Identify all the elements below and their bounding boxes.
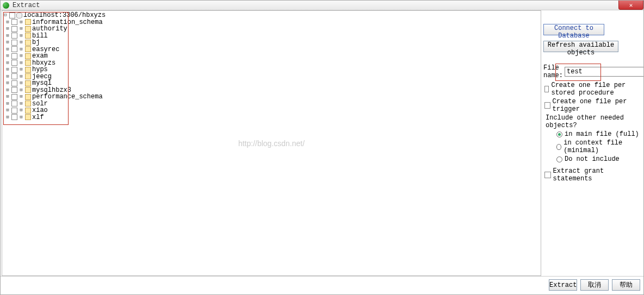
schema-icon [25,40,31,46]
expander-icon[interactable]: ⊞ [4,26,11,32]
chk-grant-row[interactable]: Extract grant statements [543,167,642,183]
watermark-text: http://blog.csdn.net/ [238,139,305,148]
expander-icon[interactable]: ⊞ [18,46,24,53]
expander-icon[interactable]: ⊞ [4,87,11,93]
expander-icon[interactable]: ⊞ [18,60,24,66]
expander-icon[interactable]: ⊞ [4,19,11,26]
tree-item[interactable]: ⊞⊞information_schema [2,19,541,26]
tree-item[interactable]: ⊞⊞bill [2,33,541,40]
expander-icon[interactable]: ⊞ [4,39,11,46]
expander-icon[interactable]: ⊞ [4,93,11,100]
tree-item-label: xlf [32,114,44,121]
expander-icon[interactable]: ⊞ [18,53,24,59]
tree-item[interactable]: ⊞⊞solr [2,101,541,108]
database-icon [16,12,22,18]
tree-checkbox[interactable] [11,67,17,73]
expander-icon[interactable]: ⊞ [18,93,24,100]
chk-trigger-label: Create one file per trigger [553,98,642,113]
chk-stored-proc-row[interactable]: Create one file per stored procedure [543,81,642,97]
schema-icon [25,19,31,25]
tree-checkbox[interactable] [11,53,17,59]
tree-item[interactable]: ⊞⊞easyrec [2,46,541,53]
tree-checkbox[interactable] [11,73,17,79]
tree-checkbox[interactable] [11,114,17,120]
tree-checkbox[interactable] [11,87,17,93]
tree-item[interactable]: ⊞⊞hbxyzs [2,60,541,67]
title-bar: Extract ✕ [1,1,643,10]
rad-context[interactable] [556,144,561,150]
tree-panel: ⊟ localhost:3306/hbxyzs ⊞⊞information_sc… [2,10,541,276]
tree-item[interactable]: ⊞⊞exam [2,53,541,60]
tree-checkbox[interactable] [11,19,17,25]
schema-icon [25,101,31,106]
close-icon: ✕ [629,2,633,9]
rad-main[interactable] [556,131,562,137]
tree-item[interactable]: ⊞⊞xlf [2,114,541,121]
schema-icon [25,87,31,93]
schema-icon [25,108,31,114]
expander-icon[interactable]: ⊞ [18,39,24,46]
file-name-label: File name: [543,64,563,79]
tree-item[interactable]: ⊞⊞performance_schema [2,93,541,101]
expander-icon[interactable]: ⊞ [4,101,11,107]
chk-trigger-row[interactable]: Create one file per trigger [543,98,642,113]
help-button[interactable]: 帮助 [612,279,640,291]
tree-checkbox[interactable] [11,94,17,100]
tree-checkbox[interactable] [11,33,17,39]
expander-icon[interactable]: ⊞ [18,107,24,114]
tree-checkbox[interactable] [11,46,17,52]
rad-none[interactable] [556,156,562,162]
chk-trigger[interactable] [544,102,550,109]
expander-icon[interactable]: ⊟ [2,12,9,18]
tree-checkbox[interactable] [11,108,17,114]
tree-item[interactable]: ⊞⊞hyps [2,66,541,73]
tree-item[interactable]: ⊞⊞bj [2,39,541,46]
tree-item[interactable]: ⊞⊞mysql [2,80,541,87]
rad-context-row[interactable]: in context file (minimal) [543,139,642,154]
rad-none-row[interactable]: Do not include [543,155,642,163]
expander-icon[interactable]: ⊞ [18,80,24,86]
expander-icon[interactable]: ⊞ [18,73,24,80]
rad-context-label: in context file (minimal) [564,139,642,154]
root-checkbox[interactable] [9,12,15,18]
expander-icon[interactable]: ⊞ [4,114,11,121]
tree-checkbox[interactable] [11,26,17,32]
file-name-input[interactable] [565,67,644,77]
tree-root[interactable]: ⊟ localhost:3306/hbxyzs [2,12,541,19]
expander-icon[interactable]: ⊞ [4,46,11,53]
tree-item[interactable]: ⊞⊞xiao [2,107,541,114]
expander-icon[interactable]: ⊞ [4,73,11,80]
dialog-footer: Extract 取消 帮助 [1,276,643,293]
close-button[interactable]: ✕ [618,0,643,10]
expander-icon[interactable]: ⊞ [18,101,24,107]
expander-icon[interactable]: ⊞ [4,60,11,66]
tree-item[interactable]: ⊞⊞jeecg [2,73,541,80]
expander-icon[interactable]: ⊞ [4,80,11,86]
expander-icon[interactable]: ⊞ [18,114,24,121]
cancel-button[interactable]: 取消 [580,279,609,291]
tree-checkbox[interactable] [11,101,17,106]
expander-icon[interactable]: ⊞ [18,19,24,26]
connect-database-button[interactable]: Connect to Database [543,24,604,35]
extract-button[interactable]: Extract [549,279,577,291]
schema-icon [25,67,31,73]
expander-icon[interactable]: ⊞ [18,26,24,32]
tree-checkbox[interactable] [11,40,17,46]
schema-icon [25,46,31,52]
rad-main-label: in main file (full) [565,130,639,138]
schema-icon [25,53,31,59]
tree-checkbox[interactable] [11,60,17,66]
expander-icon[interactable]: ⊞ [18,33,24,39]
expander-icon[interactable]: ⊞ [4,107,11,114]
tree-checkbox[interactable] [11,80,17,86]
expander-icon[interactable]: ⊞ [18,66,24,73]
rad-main-row[interactable]: in main file (full) [543,130,642,138]
refresh-objects-button[interactable]: Refresh available objects [543,41,618,52]
expander-icon[interactable]: ⊞ [4,33,11,39]
tree-item[interactable]: ⊞⊞authority [2,26,541,33]
expander-icon[interactable]: ⊞ [4,66,11,73]
chk-stored-proc[interactable] [544,86,549,92]
expander-icon[interactable]: ⊞ [18,87,24,93]
chk-grant[interactable] [544,172,551,178]
expander-icon[interactable]: ⊞ [4,53,11,59]
